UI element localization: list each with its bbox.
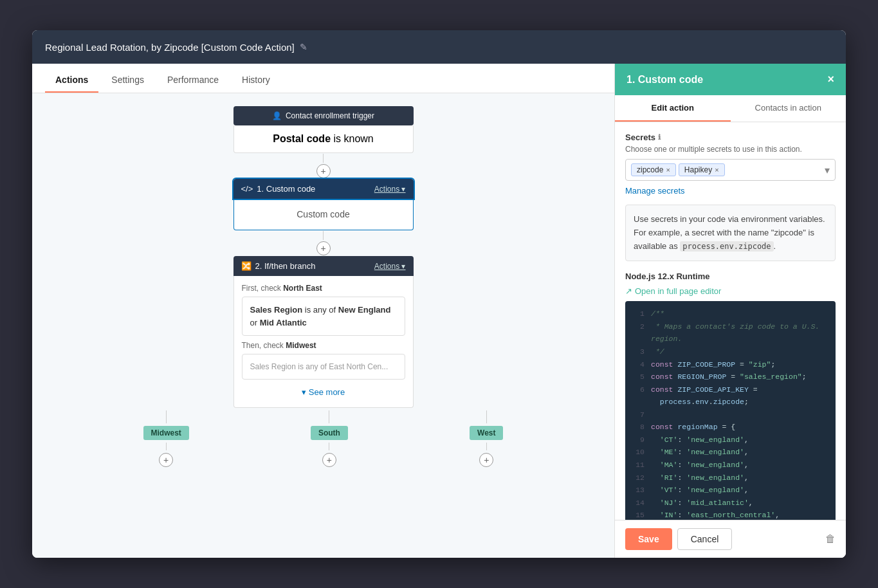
expand-icon: ↗ xyxy=(625,286,632,296)
info-icon: ℹ xyxy=(658,133,661,142)
code-line-13: 13 'VT': 'new_england', xyxy=(633,484,828,497)
save-button[interactable]: Save xyxy=(625,528,672,550)
remove-zipcode-btn[interactable]: × xyxy=(666,166,670,174)
code-line-10: 10 'ME': 'new_england', xyxy=(633,446,828,459)
secrets-label: Secrets ℹ xyxy=(625,133,836,142)
add-node-south[interactable]: + xyxy=(322,453,336,467)
secrets-sublabel: Choose one or multiple secrets to use in… xyxy=(625,145,836,154)
tab-history[interactable]: History xyxy=(232,68,280,93)
code-line-5: 5const REGION_PROP = "sales_region"; xyxy=(633,371,828,383)
tabs-bar: Actions Settings Performance History xyxy=(32,64,614,93)
code-line-8: 8const regionMap = { xyxy=(633,421,828,434)
trigger-node: 👤 Contact enrollment trigger xyxy=(233,106,414,125)
west-tag[interactable]: West xyxy=(470,426,503,440)
add-node-btn-1[interactable]: + xyxy=(316,164,331,178)
code-icon: </> xyxy=(241,184,253,194)
if-then-header[interactable]: 🔀 2. If/then branch Actions ▾ xyxy=(233,256,414,276)
branch-icon: 🔀 xyxy=(241,261,252,271)
info-box: Use secrets in your code via environment… xyxy=(625,205,836,261)
custom-code-body[interactable]: Custom code xyxy=(233,199,414,230)
right-tab-edit[interactable]: Edit action xyxy=(615,95,731,122)
cancel-button[interactable]: Cancel xyxy=(677,528,733,550)
info-code: process.env.zipcode xyxy=(680,241,773,252)
code-line-14: 14 'NJ': 'mid_atlantic', xyxy=(633,497,828,510)
person-icon: 👤 xyxy=(272,111,282,120)
trigger-label: Contact enrollment trigger xyxy=(286,111,374,120)
midwest-tag[interactable]: Midwest xyxy=(143,426,189,440)
open-editor-link[interactable]: ↗ Open in full page editor xyxy=(625,286,836,296)
right-panel-title: 1. Custom code xyxy=(626,74,703,86)
right-panel-tabs: Edit action Contacts in action xyxy=(615,95,846,122)
code-line-15: 15 'IN': 'east_north_central', xyxy=(633,509,828,520)
right-tab-contacts[interactable]: Contacts in action xyxy=(731,95,846,122)
code-line-7: 7 xyxy=(633,409,828,421)
code-line-6: 6const ZIP_CODE_API_KEY = xyxy=(633,383,828,396)
right-panel-footer: Save Cancel 🗑 xyxy=(615,520,846,558)
right-panel-header: 1. Custom code × xyxy=(615,64,846,95)
branch2-condition: Sales Region is any of East North Cen... xyxy=(242,354,405,380)
custom-code-title: </> 1. Custom code xyxy=(241,184,316,194)
remove-hapikey-btn[interactable]: × xyxy=(715,166,718,174)
if-then-actions-btn[interactable]: Actions ▾ xyxy=(374,262,406,271)
code-line-6b: process.env.zipcode; xyxy=(633,396,828,409)
right-panel: 1. Custom code × Edit action Contacts in… xyxy=(614,64,846,558)
branch1-label: First, check North East xyxy=(242,284,405,293)
tab-performance[interactable]: Performance xyxy=(157,68,229,93)
right-panel-body: Secrets ℹ Choose one or multiple secrets… xyxy=(615,122,846,520)
tab-actions[interactable]: Actions xyxy=(45,68,98,93)
add-node-west[interactable]: + xyxy=(479,453,493,467)
add-node-btn-2[interactable]: + xyxy=(316,241,331,255)
header: Regional Lead Rotation, by Zipcode [Cust… xyxy=(32,30,846,64)
tag-hapikey: Hapikey × xyxy=(679,163,725,176)
see-more-btn[interactable]: ▾ See more xyxy=(242,385,405,400)
app-window: Regional Lead Rotation, by Zipcode [Cust… xyxy=(32,30,846,558)
if-then-body: First, check North East Sales Region is … xyxy=(233,276,414,408)
code-line-9: 9 'CT': 'new_england', xyxy=(633,434,828,446)
delete-action-icon[interactable]: 🗑 xyxy=(825,533,836,545)
runtime-label: Node.js 12.x Runtime xyxy=(625,271,836,281)
branch2-label: Then, check Midwest xyxy=(242,341,405,350)
edit-title-icon[interactable]: ✎ xyxy=(300,42,307,52)
code-line-11: 11 'MA': 'new_england', xyxy=(633,459,828,472)
code-line-2: 2 * Maps a contact's zip code to a U.S. … xyxy=(633,320,828,345)
custom-code-header[interactable]: </> 1. Custom code Actions ▾ xyxy=(233,179,414,199)
custom-code-node: </> 1. Custom code Actions ▾ Custom code xyxy=(233,179,414,230)
secrets-row: zipcode × Hapikey × ▾ xyxy=(625,159,836,181)
canvas: 👤 Contact enrollment trigger Postal code… xyxy=(32,93,614,558)
footer-buttons: Save Cancel xyxy=(625,528,732,550)
branch-south: South + xyxy=(311,410,348,467)
if-then-title: 🔀 2. If/then branch xyxy=(241,261,316,271)
south-tag[interactable]: South xyxy=(311,426,348,440)
code-line-4: 4const ZIP_CODE_PROP = "zip"; xyxy=(633,358,828,371)
condition-text: Postal code is known xyxy=(273,133,374,144)
condition-node: Postal code is known xyxy=(233,125,414,153)
close-panel-btn[interactable]: × xyxy=(827,73,834,86)
left-panel: Actions Settings Performance History 👤 C… xyxy=(32,64,614,558)
header-title: Regional Lead Rotation, by Zipcode [Cust… xyxy=(45,42,307,53)
branch-midwest: Midwest + xyxy=(143,410,189,467)
code-line-12: 12 'RI': 'new_england', xyxy=(633,472,828,484)
branch-west: West + xyxy=(470,410,503,467)
tag-zipcode: zipcode × xyxy=(631,163,676,176)
tab-settings[interactable]: Settings xyxy=(101,68,154,93)
secrets-dropdown-arrow[interactable]: ▾ xyxy=(825,164,830,176)
code-line-1: 1/** xyxy=(633,308,828,320)
code-line-3: 3 */ xyxy=(633,345,828,358)
code-block: 1/** 2 * Maps a contact's zip code to a … xyxy=(625,301,836,520)
manage-secrets-link[interactable]: Manage secrets xyxy=(625,186,685,196)
main-body: Actions Settings Performance History 👤 C… xyxy=(32,64,846,558)
workflow-title: Regional Lead Rotation, by Zipcode [Cust… xyxy=(45,42,295,53)
add-node-midwest[interactable]: + xyxy=(159,453,173,467)
branch1-condition: Sales Region is any of New England or Mi… xyxy=(242,297,405,336)
if-then-node: 🔀 2. If/then branch Actions ▾ First, che… xyxy=(233,256,414,408)
custom-code-actions-btn[interactable]: Actions ▾ xyxy=(374,185,406,194)
